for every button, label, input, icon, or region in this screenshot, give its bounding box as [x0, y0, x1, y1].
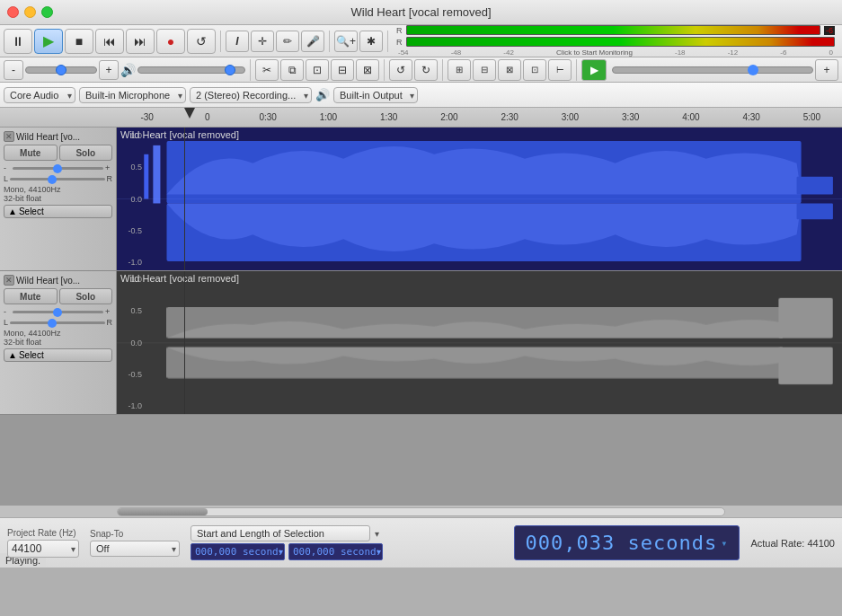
smart-button[interactable]: ⊢: [548, 59, 572, 81]
meter-label-18: -18: [675, 48, 686, 57]
track-1-select-button[interactable]: ▲ Select: [4, 205, 112, 218]
track-2-pan-slider[interactable]: [10, 321, 104, 324]
track-2-waveform[interactable]: Wild Heart [vocal removed] 1.0 0.5 0.0 -…: [117, 271, 842, 414]
audio-host-wrap[interactable]: Core Audio: [4, 87, 75, 103]
skip-forward-button[interactable]: ⏭: [126, 29, 155, 54]
tracks-container: ✕ Wild Heart [vo... Mute Solo - + L: [0, 128, 842, 415]
play-indicator-button[interactable]: ▶: [581, 59, 607, 81]
draw-tool-button[interactable]: ✏: [276, 31, 299, 52]
silence-button[interactable]: ⊠: [356, 59, 379, 81]
ruler-mark-030: 0:30: [238, 112, 298, 122]
track-2-volume-slider[interactable]: [13, 311, 103, 313]
track-1-pan-r: R: [107, 174, 113, 183]
track-1-close-button[interactable]: ✕: [4, 131, 14, 142]
output-device-select[interactable]: Built-in Output: [333, 87, 418, 103]
track-2-close-button[interactable]: ✕: [4, 275, 14, 286]
zoom-in-button[interactable]: 🔍+: [334, 31, 358, 52]
project-rate-select[interactable]: 44100: [7, 540, 79, 558]
add-button[interactable]: +: [815, 59, 838, 81]
zoom-out-button[interactable]: -: [4, 60, 23, 80]
maximize-button[interactable]: [41, 6, 53, 18]
selection-mode-group: Start and Length of Selection ▾ ▾: [191, 525, 383, 560]
snap-to-select[interactable]: Off: [90, 541, 180, 557]
toolbar-separator-3: [387, 31, 388, 52]
track-1-volume-slider[interactable]: [13, 167, 103, 170]
track-1-waveform[interactable]: Wild Heart [vocal removed] 1.0 0.5 0.0 -…: [117, 128, 842, 270]
time-input-1-wrap[interactable]: ▾: [191, 543, 285, 560]
track-1-playhead: [184, 128, 185, 270]
track-1-waveform-svg: [117, 128, 842, 270]
project-rate-group: Project Rate (Hz) 44100: [7, 528, 79, 558]
track-2-info: Mono, 44100Hz 32-bit float: [4, 329, 112, 347]
window-controls[interactable]: [7, 6, 53, 18]
undo-button[interactable]: ↺: [389, 59, 412, 81]
zoom-all-button[interactable]: ⊡: [523, 59, 546, 81]
track-2-pan-row: L R: [4, 318, 112, 327]
copy-button[interactable]: ⧉: [280, 59, 304, 81]
time-input-1[interactable]: [191, 543, 285, 560]
scrollbar-area[interactable]: [0, 505, 842, 517]
ya-00: 0.0: [119, 195, 142, 204]
time-input-2-wrap[interactable]: ▾: [288, 543, 383, 560]
track-2-select-arrow: ▲: [8, 350, 17, 360]
minimize-button[interactable]: [24, 6, 36, 18]
mic-tool-button[interactable]: 🎤: [301, 31, 324, 52]
selection-mode-wrap[interactable]: Start and Length of Selection: [191, 525, 383, 541]
ya2-00: 0.0: [119, 339, 142, 348]
zoom-in-vol-button[interactable]: +: [99, 60, 119, 80]
track-2: ✕ Wild Heart [vo... Mute Solo - + L: [0, 271, 842, 415]
click-monitor-label[interactable]: Click to Start Monitoring: [556, 48, 633, 57]
meter-label-12: -12: [728, 48, 739, 57]
zoom-time-button[interactable]: ⊠: [498, 59, 521, 81]
speaker-icon-2: 🔊: [315, 88, 330, 101]
channels-wrap[interactable]: 2 (Stereo) Recording...: [190, 87, 312, 103]
trim-button[interactable]: ⊟: [331, 59, 354, 81]
zoom-fit-button[interactable]: ⊟: [473, 59, 496, 81]
play-button[interactable]: ▶: [34, 29, 63, 54]
track-2-select-button[interactable]: ▲ Select: [4, 348, 112, 362]
track-1-volume-row: - +: [4, 163, 112, 172]
input-device-wrap[interactable]: Built-in Microphone: [79, 87, 186, 103]
track-1-mute-button[interactable]: Mute: [4, 145, 58, 161]
big-time-arrow[interactable]: ▾: [721, 537, 728, 550]
time-input-2[interactable]: [288, 543, 383, 560]
output-device-wrap[interactable]: Built-in Output: [333, 87, 418, 103]
timeline-ruler[interactable]: -30 0 0:30 1:00 1:30 2:00 2:30 3:00 3:30…: [0, 108, 842, 128]
window-title: Wild Heart [vocal removed]: [350, 5, 491, 19]
selection-mode-select[interactable]: Start and Length of Selection: [191, 525, 370, 541]
select-tool-button[interactable]: I: [226, 31, 249, 52]
record-button[interactable]: ●: [156, 29, 185, 54]
scrollbar-track[interactable]: [117, 507, 725, 516]
audio-host-select[interactable]: Core Audio: [4, 87, 75, 103]
pause-button[interactable]: ⏸: [4, 29, 32, 54]
time-inputs-row: ▾ ▾: [191, 543, 383, 560]
track-2-solo-button[interactable]: Solo: [59, 288, 113, 304]
multi-tool-button[interactable]: ✛: [251, 31, 274, 52]
track-2-waveform-svg: [117, 271, 842, 414]
snap-to-wrap[interactable]: Off: [90, 541, 180, 557]
track-2-controls: ✕ Wild Heart [vo... Mute Solo - + L: [0, 271, 117, 414]
sep-2b: [384, 59, 385, 81]
svg-rect-11: [778, 298, 833, 339]
track-2-sample-rate: Mono, 44100Hz: [4, 329, 112, 338]
track-1-pan-slider[interactable]: [10, 178, 104, 180]
track-1-solo-button[interactable]: Solo: [59, 145, 113, 161]
transport-toolbar: ⏸ ▶ ■ ⏮ ⏭ ● ↺ I ✛ ✏ 🎤 🔍+ ✱ R -6 R -54 -4…: [0, 25, 842, 57]
skip-back-button[interactable]: ⏮: [95, 29, 124, 54]
channels-select[interactable]: 2 (Stereo) Recording...: [190, 87, 312, 103]
cut-button[interactable]: ✂: [255, 59, 279, 81]
project-rate-wrap[interactable]: 44100: [7, 540, 79, 558]
paste-button[interactable]: ⊡: [306, 59, 329, 81]
asterisk-button[interactable]: ✱: [359, 31, 383, 52]
scrollbar-thumb[interactable]: [118, 508, 208, 515]
stop-button[interactable]: ■: [65, 29, 93, 54]
redo-button[interactable]: ↻: [414, 59, 438, 81]
snap-to-group: Snap-To Off: [90, 529, 180, 557]
input-device-select[interactable]: Built-in Microphone: [79, 87, 186, 103]
track-2-mute-button[interactable]: Mute: [4, 288, 58, 304]
status-bar: Playing. Project Rate (Hz) 44100 Snap-To…: [0, 517, 842, 568]
time-input-1-arrow: ▾: [279, 547, 283, 557]
zoom-sel-button[interactable]: ⊞: [448, 59, 471, 81]
close-button[interactable]: [7, 6, 19, 18]
loop-button[interactable]: ↺: [187, 29, 216, 54]
